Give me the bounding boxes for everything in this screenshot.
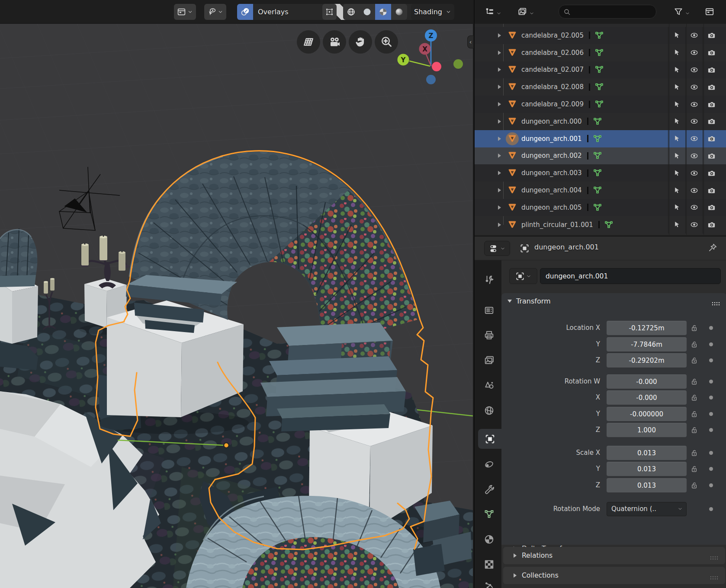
selectable-pointer-icon[interactable] [673,117,681,125]
filter-funnel-icon[interactable] [674,7,683,16]
move-view-button[interactable] [349,30,372,54]
tab-modifiers[interactable] [478,479,500,499]
outliner-row-plinth_circular_01.001[interactable]: plinth_circular_01.001 [475,216,726,233]
render-camera-icon[interactable] [707,220,716,229]
xray-toggle[interactable] [322,4,337,20]
visibility-eye-icon[interactable] [690,186,698,195]
visibility-eye-icon[interactable] [690,169,698,177]
value-field[interactable]: -0.12725m [607,321,687,335]
expand-arrow-icon[interactable] [498,33,501,38]
tab-view-layer[interactable] [478,350,500,370]
animate-decorator-dot[interactable] [709,380,713,383]
visibility-eye-icon[interactable] [690,83,698,91]
animate-decorator-dot[interactable] [709,467,713,471]
selectable-pointer-icon[interactable] [673,134,681,143]
value-field[interactable]: -7.7846m [607,337,687,352]
tab-output[interactable] [478,325,500,345]
expand-arrow-icon[interactable] [498,85,501,89]
view-object-types-dropdown[interactable] [174,4,196,20]
axis-navigation-gizmo[interactable]: Z X Y [392,26,469,91]
tab-object[interactable] [478,429,501,449]
outliner-search[interactable] [559,5,656,19]
overlays-toggle[interactable] [237,4,253,20]
outliner-row-dungeon_arch.000[interactable]: dungeon_arch.000 [475,113,726,130]
lock-open-icon[interactable] [690,356,698,364]
animate-decorator-dot[interactable] [709,483,713,487]
selectable-pointer-icon[interactable] [673,100,681,109]
render-camera-icon[interactable] [707,48,716,57]
selectable-pointer-icon[interactable] [673,48,681,57]
value-field[interactable]: 0.013 [607,462,687,476]
tab-physics[interactable] [478,454,500,474]
render-camera-icon[interactable] [707,66,716,74]
value-field[interactable]: -0.000 [607,374,687,389]
tab-scene[interactable] [478,375,500,395]
rotation-mode-dropdown[interactable]: Quaternion (.. [607,502,687,516]
value-field[interactable]: -0.000 [607,390,687,405]
visibility-eye-icon[interactable] [690,66,698,74]
render-camera-icon[interactable] [707,31,716,39]
camera-view-button[interactable] [323,30,346,54]
expand-arrow-icon[interactable] [498,51,501,55]
outliner-row-candelabra_02.005[interactable]: candelabra_02.005 [475,27,726,44]
pin-icon[interactable] [708,243,717,252]
animate-decorator-dot[interactable] [709,507,713,511]
selectable-pointer-icon[interactable] [673,169,681,177]
expand-arrow-icon[interactable] [498,223,501,227]
chevron-down-icon[interactable] [496,10,501,15]
outliner-row-dungeon_arch.005[interactable]: dungeon_arch.005 [475,199,726,216]
visibility-eye-icon[interactable] [690,48,698,57]
expand-arrow-icon[interactable] [498,153,501,158]
visibility-eye-icon[interactable] [690,117,698,125]
lock-open-icon[interactable] [690,377,698,386]
object-name-input[interactable] [540,268,721,284]
outliner-row-dungeon_arch.001[interactable]: dungeon_arch.001 [475,130,726,147]
value-field[interactable]: 0.013 [607,446,687,460]
section-header-relations[interactable]: Relations [503,547,725,564]
lock-open-icon[interactable] [690,324,698,332]
animate-decorator-dot[interactable] [709,342,713,346]
expand-arrow-icon[interactable] [498,67,501,72]
animate-decorator-dot[interactable] [709,358,713,362]
render-camera-icon[interactable] [707,117,716,125]
lock-open-icon[interactable] [690,393,698,402]
visibility-eye-icon[interactable] [690,100,698,109]
object-id-dropdown[interactable] [509,268,537,284]
filter-type-icon[interactable] [517,7,527,16]
tab-material[interactable] [478,529,500,549]
render-camera-icon[interactable] [707,169,716,177]
expand-arrow-icon[interactable] [498,188,501,192]
value-field[interactable]: -0.000000 [607,407,687,421]
lock-open-icon[interactable] [690,481,698,489]
search-input[interactable] [573,8,652,15]
shading-rendered-button[interactable] [391,4,407,20]
tab-object-data[interactable] [478,504,500,524]
display-mode-icon[interactable] [485,7,495,16]
outliner-row-dungeon_arch.002[interactable]: dungeon_arch.002 [475,147,726,165]
render-camera-icon[interactable] [707,152,716,160]
tab-particles[interactable] [478,576,500,588]
lock-open-icon[interactable] [690,449,698,457]
gizmos-dropdown[interactable] [204,4,226,20]
expand-arrow-icon[interactable] [498,171,501,175]
gizmo-y-neg-axis[interactable] [453,59,463,69]
transform-panel-header[interactable]: Transform [501,293,726,309]
expand-arrow-icon[interactable] [498,102,501,106]
properties-editor-dropdown[interactable] [484,241,510,256]
outliner-row-candelabra_02.007[interactable]: candelabra_02.007 [475,61,726,79]
render-camera-icon[interactable] [707,203,716,211]
selectable-pointer-icon[interactable] [673,220,681,229]
outliner-row-candelabra_02.006[interactable]: candelabra_02.006 [475,44,726,61]
render-camera-icon[interactable] [707,186,716,195]
render-camera-icon[interactable] [707,83,716,91]
lock-open-icon[interactable] [690,340,698,348]
animate-decorator-dot[interactable] [709,451,713,455]
selectable-pointer-icon[interactable] [673,83,681,91]
panel-grip-dots[interactable] [710,554,720,558]
outliner-row-dungeon_arch.004[interactable]: dungeon_arch.004 [475,182,726,199]
expand-arrow-icon[interactable] [498,119,501,124]
chevron-down-icon[interactable] [685,10,690,15]
animate-decorator-dot[interactable] [709,428,713,432]
toggle-perspective-button[interactable] [297,30,320,54]
shading-wireframe-button[interactable] [343,4,359,20]
